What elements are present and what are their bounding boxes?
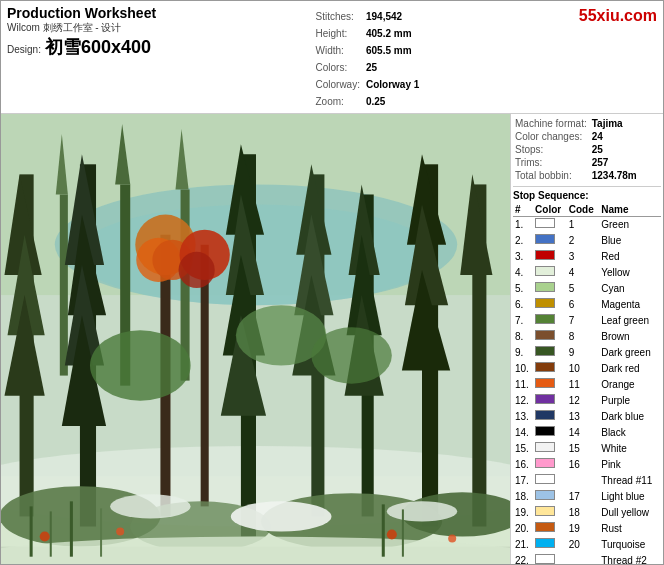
row-color	[533, 329, 567, 345]
row-color	[533, 249, 567, 265]
row-name: Black	[599, 425, 661, 441]
row-color	[533, 441, 567, 457]
color-swatch	[535, 442, 555, 452]
svg-rect-6	[60, 194, 68, 375]
row-num: 21.	[513, 537, 533, 553]
bobbin-value: 1234.78m	[592, 170, 637, 181]
row-name: Leaf green	[599, 313, 661, 329]
row-num: 15.	[513, 441, 533, 457]
row-color	[533, 281, 567, 297]
table-row: 22. Thread #2	[513, 553, 661, 565]
table-row: 7. 7 Leaf green	[513, 313, 661, 329]
svg-rect-61	[70, 501, 73, 556]
color-swatch	[535, 282, 555, 292]
col-name-header: Name	[599, 203, 661, 217]
row-color	[533, 553, 567, 565]
svg-rect-64	[402, 509, 404, 556]
row-name: White	[599, 441, 661, 457]
svg-rect-63	[382, 504, 385, 556]
row-color	[533, 377, 567, 393]
stitches-value: 194,542	[366, 9, 419, 24]
forest-svg	[1, 114, 511, 565]
table-row: 9. 9 Dark green	[513, 345, 661, 361]
company-name: Wilcom 刺绣工作室 - 设计	[7, 21, 156, 35]
table-row: 12. 12 Purple	[513, 393, 661, 409]
zoom-label: Zoom:	[316, 94, 364, 109]
color-swatch	[535, 234, 555, 244]
height-value: 405.2 mm	[366, 26, 419, 41]
svg-point-47	[90, 330, 191, 400]
row-code: 16	[567, 457, 599, 473]
bobbin-label: Total bobbin:	[515, 170, 590, 181]
row-name: Pink	[599, 457, 661, 473]
row-code: 10	[567, 361, 599, 377]
row-name: Thread #11	[599, 473, 661, 489]
color-swatch	[535, 506, 555, 516]
row-code: 19	[567, 521, 599, 537]
table-row: 20. 19 Rust	[513, 521, 661, 537]
colors-value: 25	[366, 60, 419, 75]
stitches-label: Stitches:	[316, 9, 364, 24]
table-row: 11. 11 Orange	[513, 377, 661, 393]
design-label: Design:	[7, 44, 41, 55]
row-num: 9.	[513, 345, 533, 361]
svg-point-49	[311, 327, 391, 383]
stop-sequence-title: Stop Sequence:	[513, 190, 661, 201]
table-row: 19. 18 Dull yellow	[513, 505, 661, 521]
width-value: 605.5 mm	[366, 43, 419, 58]
row-name: Orange	[599, 377, 661, 393]
row-code: 7	[567, 313, 599, 329]
color-swatch	[535, 490, 555, 500]
color-swatch	[535, 522, 555, 532]
trims-value: 257	[592, 157, 637, 168]
col-num-header: #	[513, 203, 533, 217]
svg-point-27	[179, 252, 215, 288]
row-code: 13	[567, 409, 599, 425]
stops-label: Stops:	[515, 144, 590, 155]
color-swatch	[535, 314, 555, 324]
row-name: Yellow	[599, 265, 661, 281]
row-color	[533, 457, 567, 473]
table-row: 2. 2 Blue	[513, 233, 661, 249]
row-code: 6	[567, 297, 599, 313]
row-name: Dark blue	[599, 409, 661, 425]
row-color	[533, 297, 567, 313]
color-swatch	[535, 378, 555, 388]
row-color	[533, 345, 567, 361]
row-name: Thread #2	[599, 553, 661, 565]
trims-label: Trims:	[515, 157, 590, 168]
svg-point-65	[40, 532, 50, 542]
row-num: 4.	[513, 265, 533, 281]
row-code: 4	[567, 265, 599, 281]
row-num: 12.	[513, 393, 533, 409]
row-num: 6.	[513, 297, 533, 313]
row-num: 10.	[513, 361, 533, 377]
table-row: 17. Thread #11	[513, 473, 661, 489]
color-changes-label: Color changes:	[515, 131, 590, 142]
svg-point-56	[387, 501, 457, 521]
color-changes-value: 24	[592, 131, 637, 142]
row-code: 9	[567, 345, 599, 361]
table-row: 16. 16 Pink	[513, 457, 661, 473]
row-num: 19.	[513, 505, 533, 521]
color-swatch	[535, 474, 555, 484]
color-swatch	[535, 266, 555, 276]
row-num: 20.	[513, 521, 533, 537]
row-name: Purple	[599, 393, 661, 409]
color-swatch	[535, 362, 555, 372]
row-color	[533, 233, 567, 249]
stops-value: 25	[592, 144, 637, 155]
row-num: 22.	[513, 553, 533, 565]
design-name: 初雪600x400	[45, 35, 151, 59]
site-branding: 55xiu.com	[579, 5, 657, 111]
row-color	[533, 489, 567, 505]
row-color	[533, 217, 567, 234]
row-color	[533, 425, 567, 441]
svg-point-66	[116, 528, 124, 536]
row-num: 7.	[513, 313, 533, 329]
color-swatch	[535, 538, 555, 548]
row-num: 8.	[513, 329, 533, 345]
row-color	[533, 361, 567, 377]
row-name: Green	[599, 217, 661, 234]
svg-rect-59	[30, 506, 33, 556]
